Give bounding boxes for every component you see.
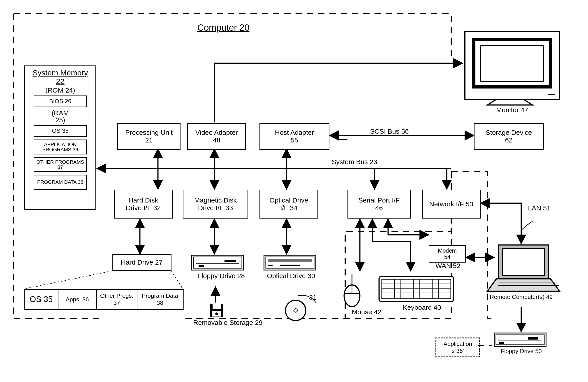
svg-rect-34 (212, 304, 221, 309)
hard-drive-contents: OS 35 Apps. 36 Other Progs. 37 Program D… (24, 289, 184, 310)
svg-point-36 (215, 313, 218, 315)
svg-rect-27 (199, 265, 204, 267)
apps2-l1: Application (443, 340, 472, 347)
system-memory-num: 22 (56, 77, 64, 86)
system-bus-label: System Bus 23 (332, 158, 377, 166)
net-l1: Network I/F 53 (429, 200, 473, 208)
host-adapter-box: Host Adapter 55 (259, 123, 329, 150)
svg-rect-63 (496, 335, 544, 345)
svg-rect-28 (264, 255, 316, 270)
odd-l1: Optical Drive (269, 196, 308, 204)
network-if-box: Network I/F 53 (422, 190, 481, 219)
svg-rect-32 (268, 265, 273, 266)
wan-label: WAN 52 (436, 262, 461, 270)
va-l1: Video Adapter (195, 129, 238, 136)
mouse-icon (344, 274, 360, 307)
floppy-50-label: Floppy Drive 50 (492, 348, 550, 355)
serial-port-if-box: Serial Port I/F 46 (347, 190, 411, 219)
applications-36p-box: Application s 36' (436, 337, 480, 357)
sd-l2: 62 (505, 136, 512, 144)
program-data-box: PROGRAM DATA 38 (34, 175, 87, 190)
sp-l2: 46 (375, 204, 383, 212)
keyboard-label: Keyboard 40 (393, 304, 451, 311)
hd-pd: Program Data 38 (137, 290, 183, 309)
svg-rect-58 (503, 248, 544, 275)
hd-apps: Apps. 36 (59, 290, 97, 309)
svg-rect-29 (266, 257, 314, 268)
svg-rect-23 (192, 255, 244, 270)
ram-label: (RAM 25) (47, 110, 74, 124)
hard-drive-label: Hard Drive 27 (121, 259, 163, 266)
modem-l1: Modem (438, 247, 457, 254)
svg-point-39 (344, 285, 360, 307)
lan-label: LAN 51 (526, 204, 553, 212)
mdd-l1: Magnetic Disk (194, 196, 237, 204)
svg-rect-20 (474, 40, 550, 87)
svg-rect-21 (481, 45, 544, 81)
mouse-label: Mouse 42 (346, 308, 387, 316)
optical-drive-30-icon (264, 255, 316, 270)
svg-rect-24 (194, 257, 242, 268)
ha-l2: 55 (291, 136, 298, 144)
odd-l2: I/F 34 (280, 204, 298, 212)
optical-disc-icon (285, 300, 306, 321)
svg-rect-57 (499, 245, 548, 279)
svg-line-17 (24, 271, 112, 289)
hd-os: OS 35 (25, 290, 59, 309)
system-memory-title: System Memory (33, 68, 88, 77)
svg-rect-66 (499, 342, 504, 344)
svg-line-18 (171, 271, 183, 289)
modem-box: Modem 54 (429, 245, 466, 263)
laptop-icon (487, 245, 560, 291)
sp-l1: Serial Port I/F (358, 196, 399, 204)
disc-31-label: 31 (309, 293, 316, 301)
monitor-icon (465, 32, 560, 105)
svg-rect-30 (268, 259, 312, 262)
hd-other: Other Progs. 37 (97, 290, 137, 309)
optical-30-label: Optical Drive 30 (262, 272, 320, 280)
pu-l1: Processing Unit (125, 129, 173, 136)
other-progs-box: OTHER PROGRAMS 37 (34, 157, 87, 172)
hdd-l2: Drive I/F 32 (126, 204, 161, 212)
svg-rect-65 (528, 337, 538, 339)
floppy-disk-icon (210, 304, 223, 317)
apps-box: APPLICATION PROGRAMS 36 (34, 139, 87, 155)
pu-l2: 21 (145, 136, 152, 144)
hdd-l1: Hard Disk (128, 196, 158, 204)
removable-29-label: Removable Storage 29 (185, 319, 271, 326)
svg-rect-33 (210, 304, 223, 317)
svg-rect-42 (379, 277, 454, 301)
apps2-l2: s 36' (452, 347, 464, 355)
monitor-label: Monitor 47 (487, 106, 537, 114)
svg-rect-31 (280, 265, 300, 266)
sd-l1: Storage Device (485, 129, 532, 136)
scsi-bus-label: SCSI Bus 56 (370, 128, 409, 135)
processing-unit-box: Processing Unit 21 (117, 123, 181, 150)
svg-rect-26 (225, 260, 236, 262)
diagram-title: Computer 20 (189, 22, 257, 33)
hard-disk-if-box: Hard Disk Drive I/F 32 (114, 190, 173, 219)
svg-rect-35 (212, 311, 221, 316)
mdd-l2: Drive I/F 33 (198, 204, 233, 212)
rom-label: (ROM 24) (45, 87, 75, 94)
system-memory-block: System Memory 22 (ROM 24) BIOS 26 (RAM 2… (24, 66, 96, 210)
video-adapter-box: Video Adapter 48 (187, 123, 246, 150)
magnetic-disk-if-box: Magnetic Disk Drive I/F 33 (183, 190, 248, 219)
storage-device-box: Storage Device 62 (474, 123, 544, 150)
floppy-28-label: Floppy Drive 28 (192, 272, 251, 280)
svg-rect-62 (494, 333, 546, 347)
keyboard-icon (379, 277, 454, 301)
remote-label: Remote Computer(s) 49 (476, 293, 566, 300)
floppy-drive-50-icon (494, 333, 546, 347)
bios-box: BIOS 26 (34, 95, 87, 107)
va-l2: 48 (213, 136, 220, 144)
hard-drive-box: Hard Drive 27 (112, 254, 171, 271)
optical-drive-if-box: Optical Drive I/F 34 (259, 190, 318, 219)
modem-l2: 54 (444, 254, 451, 260)
diagram-canvas: Computer 20 System Memory 22 (ROM 24) BI… (0, 0, 588, 382)
os-box: OS 35 (34, 125, 87, 137)
ha-l1: Host Adapter (275, 129, 314, 136)
floppy-drive-28-icon (192, 255, 244, 270)
svg-rect-43 (382, 279, 451, 299)
svg-point-38 (294, 309, 297, 312)
